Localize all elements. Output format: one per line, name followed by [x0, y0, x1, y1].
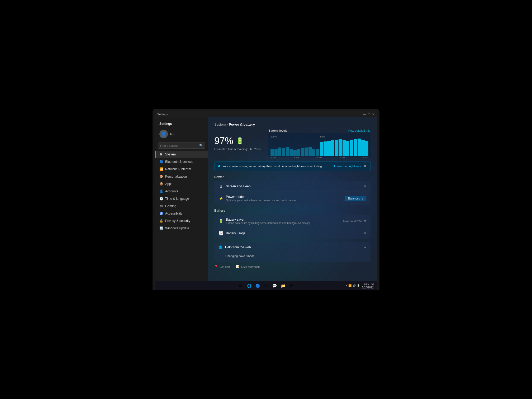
sidebar-item-windows-update[interactable]: 🔄 Windows Update [155, 225, 208, 232]
battery-chart-area: Battery levels View detailed info 100% 5… [268, 129, 370, 157]
sidebar-item-label: Accessibility [165, 212, 182, 215]
sidebar-item-accounts[interactable]: 👤 Accounts [155, 188, 208, 195]
screen-sleep-title: Screen and sleep [226, 184, 250, 188]
chevron-down-icon: ∨ [364, 219, 366, 223]
chart-bar [324, 141, 327, 156]
power-mode-dropdown[interactable]: Balanced ∨ [345, 196, 366, 201]
close-notification-button[interactable]: ✕ [364, 164, 367, 168]
battery-section-label: Battery [214, 209, 370, 212]
chart-time-labels: 7 PM 1 AM 7 AM 1 PM 7 PM [270, 156, 368, 159]
battery-icon: 🔋 [236, 137, 244, 145]
sidebar-item-time[interactable]: 🕐 Time & language [155, 195, 208, 202]
chart-bar [282, 148, 285, 156]
avatar: 👤 [159, 130, 168, 138]
notification-right: Lower the brightness ✕ [334, 164, 367, 168]
main-content: System › Power & battery 97% 🔋 Estimated… [208, 117, 377, 281]
chart-bar [308, 147, 312, 156]
sidebar-item-gaming[interactable]: 🎮 Gaming [155, 202, 208, 210]
chart-header: Battery levels View detailed info [268, 129, 370, 132]
chart-bar [346, 141, 349, 156]
chart-bar [339, 139, 342, 156]
breadcrumb-parent: System [214, 122, 226, 126]
battery-info: 97% 🔋 Estimated time remaining: 5h 32min [214, 129, 260, 157]
time-label-7pm-start: 7 PM [270, 156, 276, 159]
chart-bar [327, 141, 330, 156]
help-link-power-mode[interactable]: Changing power mode [225, 253, 366, 259]
time-label-1pm: 1 PM [340, 156, 345, 159]
get-help-label: Get help [220, 265, 231, 268]
settings-taskbar-icon[interactable]: ⚙ [288, 282, 295, 289]
sidebar-item-label: Network & internet [165, 167, 191, 171]
sidebar-item-label: Personalization [165, 175, 187, 178]
sidebar-item-apps[interactable]: 📦 Apps [155, 180, 208, 188]
battery-saver-text: Battery saver Extend battery life by lim… [226, 218, 310, 225]
screen-sleep-icon: 🖥 [218, 184, 223, 188]
sidebar-item-privacy[interactable]: 🔒 Privacy & security [155, 217, 208, 225]
sidebar-item-label: Accounts [165, 189, 178, 193]
power-mode-row[interactable]: ⚡ Power mode Optimize your device based … [214, 192, 370, 205]
give-feedback-link[interactable]: 📝 Give feedback [236, 265, 260, 268]
sidebar-item-personalization[interactable]: 🎨 Personalization [155, 173, 208, 180]
bluetooth-taskbar-icon[interactable]: 🔵 [254, 282, 261, 289]
view-detailed-link[interactable]: View detailed info [348, 129, 370, 132]
power-mode-left: ⚡ Power mode Optimize your device based … [218, 195, 296, 202]
chart-bar [289, 149, 293, 156]
taskbar: ⊞ 🌐 🔵 ✉ 💬 📁 ⚙ ∧ 📶 🔊 🔋 7:30 PM 7/20/2022 [155, 281, 377, 290]
title-bar: Settings — □ ✕ [155, 111, 377, 117]
sidebar-item-label: Apps [165, 182, 172, 186]
sidebar-item-label: Time & language [165, 197, 189, 201]
tray-chevron-icon[interactable]: ∧ [345, 284, 347, 287]
clock-date: 7/20/2022 [362, 286, 374, 289]
time-label-7pm-end: 7 PM [363, 156, 368, 159]
power-mode-right: Balanced ∨ [345, 196, 366, 201]
sidebar-item-network[interactable]: 📶 Network & internet [155, 165, 208, 173]
search-input[interactable] [160, 144, 198, 147]
search-box[interactable]: 🔍 [158, 142, 205, 149]
get-help-icon: ❓ [214, 265, 218, 268]
help-header[interactable]: 🌐 Help from the web ∧ [214, 242, 370, 252]
battery-usage-title: Battery usage [226, 231, 245, 235]
mail-icon[interactable]: ✉ [263, 282, 269, 289]
battery-saver-row[interactable]: 🔋 Battery saver Extend battery life by l… [214, 215, 370, 228]
network-icon: 📶 [159, 167, 163, 171]
laptop-frame: Settings — □ ✕ Settings 👤 D... 🔍 [153, 109, 379, 290]
power-mode-icon: ⚡ [218, 196, 223, 201]
chart-bar [293, 150, 296, 156]
bottom-links: ❓ Get help 📝 Give feedback [214, 265, 370, 268]
chart-bar [305, 148, 308, 156]
sidebar-item-accessibility[interactable]: ♿ Accessibility [155, 210, 208, 217]
power-mode-text: Power mode Optimize your device based on… [226, 195, 296, 202]
top-section: 97% 🔋 Estimated time remaining: 5h 32min… [214, 129, 370, 157]
browser-icon[interactable]: 🌐 [246, 282, 253, 289]
lower-brightness-button[interactable]: Lower the brightness [334, 165, 361, 168]
battery-saver-right: Turns on at 20% ∨ [343, 219, 366, 223]
chart-bar [358, 139, 361, 156]
accounts-icon: 👤 [159, 189, 163, 193]
get-help-link[interactable]: ❓ Get help [214, 265, 231, 268]
taskbar-right: ∧ 📶 🔊 🔋 7:30 PM 7/20/2022 [345, 282, 374, 289]
notification-dot [218, 165, 220, 167]
chart-bar [270, 149, 274, 156]
start-button[interactable]: ⊞ [237, 282, 244, 289]
files-icon[interactable]: 📁 [279, 282, 286, 289]
title-bar-controls: — □ ✕ [363, 112, 375, 116]
app-container: Settings 👤 D... 🔍 🖥 System 🔵 [155, 117, 377, 281]
chart-bar [297, 149, 300, 156]
sidebar-item-label: System [165, 153, 176, 156]
screen-sleep-row[interactable]: 🖥 Screen and sleep ∨ [214, 181, 370, 192]
battery-usage-row[interactable]: 📈 Battery usage ∨ [214, 228, 370, 239]
battery-estimated: Estimated time remaining: 5h 32min [214, 148, 260, 151]
sidebar-item-system[interactable]: 🖥 System [155, 151, 208, 158]
system-clock[interactable]: 7:30 PM 7/20/2022 [362, 282, 374, 289]
personalization-icon: 🎨 [159, 175, 163, 178]
minimize-button[interactable]: — [363, 112, 366, 116]
sidebar-item-bluetooth[interactable]: 🔵 Bluetooth & devices [155, 158, 208, 165]
chart-bar [301, 148, 304, 156]
close-button[interactable]: ✕ [372, 112, 375, 116]
battery-settings-card: 🔋 Battery saver Extend battery life by l… [214, 215, 370, 239]
time-label-7am: 7 AM [317, 156, 322, 159]
maximize-button[interactable]: □ [368, 112, 370, 116]
chart-bar [365, 141, 368, 156]
chat-icon[interactable]: 💬 [271, 282, 278, 289]
dropdown-chevron-icon: ∨ [361, 197, 363, 200]
